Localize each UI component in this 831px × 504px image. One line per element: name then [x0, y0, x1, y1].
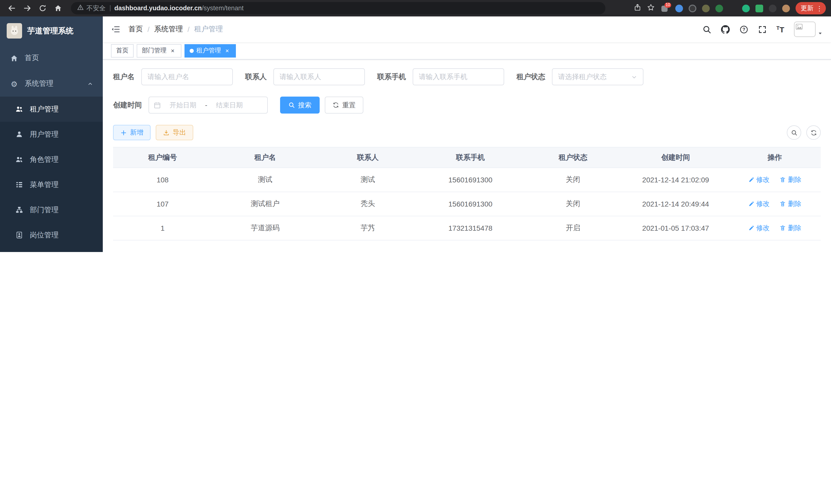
search-icon[interactable]	[702, 25, 711, 34]
omnibox-divider	[110, 5, 110, 11]
close-icon[interactable]: ×	[169, 47, 176, 54]
calendar-icon	[154, 101, 161, 109]
user-menu[interactable]	[794, 22, 823, 37]
edit-button[interactable]: 修改	[748, 199, 770, 209]
sidebar-item-role[interactable]: 角色管理	[0, 147, 103, 172]
export-button[interactable]: 导出	[156, 125, 193, 140]
extension-icon-dark-ring[interactable]	[689, 4, 696, 12]
sidebar-item-home[interactable]: 首页	[0, 45, 103, 71]
breadcrumb-system[interactable]: 系统管理	[154, 25, 183, 34]
create-time-label: 创建时间	[113, 100, 142, 110]
share-icon[interactable]	[634, 3, 641, 13]
sidebar-item-dict[interactable]: 字典管理	[0, 248, 103, 252]
sidebar-item-system[interactable]: ⚙ 系统管理	[0, 71, 103, 97]
edit-button[interactable]: 修改	[748, 175, 770, 184]
sidebar-item-menu[interactable]: 菜单管理	[0, 172, 103, 197]
filter-row-1: 租户名 联系人 联系手机 租户状态 请选择租户状态	[113, 68, 821, 85]
org-tree-icon	[15, 206, 24, 214]
date-start-input[interactable]	[164, 101, 202, 109]
sidebar-item-tenant[interactable]: 租户管理	[0, 97, 103, 122]
browser-chrome: 不安全 dashboard.yudao.iocoder.cn/system/te…	[0, 0, 831, 17]
browser-home-icon[interactable]	[51, 2, 65, 15]
navbar: 首页 / 系统管理 / 租户管理 ? TT	[103, 17, 831, 42]
tenant-table: 租户编号 租户名 联系人 联系手机 租户状态 创建时间 操作 108 测试	[113, 147, 821, 240]
phone-input[interactable]	[419, 73, 498, 81]
chevron-down-icon	[631, 74, 637, 80]
sidebar-item-dept[interactable]: 部门管理	[0, 197, 103, 223]
sidebar-toggle-icon[interactable]	[111, 25, 120, 34]
browser-update-button[interactable]: 更新 ⋮	[796, 2, 826, 14]
extension-icon-green[interactable]	[742, 4, 750, 12]
table-row: 108 测试 测试 15601691300 关闭 2021-12-14 21:0…	[113, 168, 821, 192]
col-tenant-id: 租户编号	[113, 147, 212, 168]
tab-dept[interactable]: 部门管理 ×	[137, 44, 181, 57]
sidebar-item-user[interactable]: 用户管理	[0, 122, 103, 147]
extension-icon-chat[interactable]	[755, 4, 763, 12]
home-icon	[10, 54, 19, 62]
app-title: 芋道管理系统	[27, 26, 74, 36]
tab-tenant[interactable]: 租户管理 ×	[184, 44, 236, 57]
delete-button[interactable]: 删除	[780, 175, 801, 184]
status-text: 关闭	[523, 192, 623, 216]
sidebar-item-post[interactable]: 岗位管理	[0, 223, 103, 248]
col-created: 创建时间	[623, 147, 729, 168]
col-tenant-name: 租户名	[212, 147, 318, 168]
add-button[interactable]: 新增	[113, 125, 150, 140]
reset-button[interactable]: 重置	[325, 97, 363, 114]
profile-avatar[interactable]	[782, 4, 790, 12]
extension-icon-dark-green[interactable]	[715, 4, 723, 12]
users-icon	[15, 105, 24, 113]
delete-button[interactable]: 删除	[780, 224, 801, 233]
filter-row-2: 创建时间 - 搜索 重置	[113, 97, 821, 114]
status-text: 开启	[523, 216, 623, 240]
fullscreen-icon[interactable]	[758, 25, 767, 34]
edit-button[interactable]: 修改	[748, 224, 770, 233]
col-phone: 联系手机	[417, 147, 523, 168]
breadcrumb: 首页 / 系统管理 / 租户管理	[128, 25, 223, 34]
bookmark-star-icon[interactable]	[647, 3, 655, 13]
app-logo[interactable]: 芋道管理系统	[0, 17, 103, 45]
address-bar[interactable]: 不安全 dashboard.yudao.iocoder.cn/system/te…	[71, 2, 605, 14]
browser-reload-icon[interactable]	[36, 2, 49, 15]
users-icon	[15, 156, 24, 164]
svg-text:?: ?	[742, 27, 745, 32]
sidebar: 芋道管理系统 首页 ⚙ 系统管理 租户管理 用户管理	[0, 17, 103, 252]
extension-icon-dark[interactable]	[729, 4, 737, 12]
system-submenu: 租户管理 用户管理 角色管理 菜单管理 部门管理	[0, 97, 103, 252]
extension-icon-puzzle[interactable]	[769, 4, 776, 12]
tenant-page: 租户名 联系人 联系手机 租户状态 请选择租户状态	[103, 60, 831, 252]
logo-image	[7, 23, 22, 38]
table-row: 107 测试租户 秃头 15601691300 关闭 2021-12-14 20…	[113, 192, 821, 216]
chevron-up-icon	[87, 81, 93, 87]
github-icon[interactable]	[721, 25, 729, 34]
contact-input[interactable]	[280, 73, 359, 81]
date-range-picker[interactable]: -	[148, 97, 268, 114]
browser-forward-icon[interactable]	[21, 2, 34, 15]
font-size-icon[interactable]: TT	[776, 25, 784, 33]
delete-button[interactable]: 删除	[780, 199, 801, 209]
tags-view: 首页 部门管理 × 租户管理 ×	[103, 42, 831, 60]
extension-icon-olive[interactable]	[702, 4, 710, 12]
active-tab-dot	[190, 49, 194, 53]
menu-tree-icon	[15, 181, 24, 188]
status-select[interactable]: 请选择租户状态	[552, 68, 643, 85]
security-label: 不安全	[86, 4, 106, 12]
browser-back-icon[interactable]	[5, 2, 19, 15]
gear-icon: ⚙	[10, 80, 19, 88]
phone-label: 联系手机	[377, 72, 406, 82]
tab-home[interactable]: 首页	[111, 44, 134, 57]
kebab-menu-icon[interactable]: ⋮	[816, 4, 823, 12]
search-button[interactable]: 搜索	[280, 97, 320, 114]
extension-icon-badged[interactable]: 10	[660, 4, 670, 12]
breadcrumb-home[interactable]: 首页	[128, 25, 143, 34]
date-end-input[interactable]	[210, 101, 249, 109]
tenant-name-input[interactable]	[147, 73, 227, 81]
question-icon[interactable]: ?	[739, 25, 748, 34]
search-toggle-button[interactable]	[787, 125, 801, 140]
breadcrumb-current: 租户管理	[194, 25, 223, 34]
close-icon[interactable]: ×	[224, 47, 231, 54]
col-actions: 操作	[729, 147, 821, 168]
extension-icon-blue[interactable]	[675, 4, 683, 12]
tenant-name-label: 租户名	[113, 72, 135, 82]
refresh-button[interactable]	[806, 125, 821, 140]
